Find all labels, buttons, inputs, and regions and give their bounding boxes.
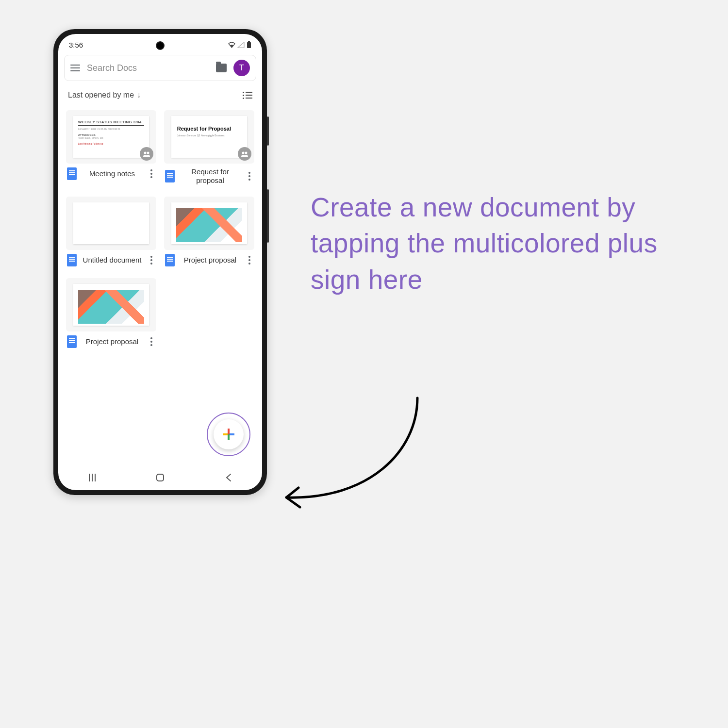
docs-file-icon (67, 335, 77, 348)
shared-icon (140, 147, 153, 161)
document-title: Project proposal (81, 337, 144, 346)
phone-frame: 3:56 Search Docs T Last opened by me ↓ (53, 29, 267, 495)
more-options-icon[interactable] (246, 256, 253, 265)
account-avatar[interactable]: T (233, 60, 250, 76)
status-icons (228, 41, 251, 49)
thumb-heading: Request for Proposal (177, 126, 241, 132)
document-grid: WEEKLY STATUS MEETING 3/04 24 MARCH 2022… (58, 103, 262, 355)
annotation-text: Create a new document by tapping the mul… (311, 189, 684, 298)
document-card[interactable]: Request for Proposal Johnson Services Q2… (164, 110, 254, 185)
folder-icon[interactable] (216, 64, 227, 72)
nav-recent-button[interactable] (89, 474, 96, 481)
document-card[interactable]: Project proposal (66, 278, 156, 348)
svg-point-4 (242, 152, 245, 154)
more-options-icon[interactable] (148, 256, 155, 265)
docs-file-icon (165, 254, 175, 266)
fab-highlight-ring (207, 413, 250, 456)
document-card[interactable]: WEEKLY STATUS MEETING 3/04 24 MARCH 2022… (66, 110, 156, 185)
nav-home-button[interactable] (156, 474, 164, 481)
shared-icon (238, 147, 251, 161)
document-thumbnail[interactable]: Request for Proposal Johnson Services Q2… (164, 110, 254, 164)
search-input[interactable]: Search Docs (87, 63, 209, 73)
plus-icon (223, 429, 234, 440)
more-options-icon[interactable] (148, 337, 155, 346)
status-time: 3:56 (69, 41, 83, 49)
phone-screen: 3:56 Search Docs T Last opened by me ↓ (58, 34, 262, 490)
document-thumbnail[interactable] (164, 197, 254, 250)
svg-rect-1 (248, 41, 250, 42)
more-options-icon[interactable] (246, 172, 253, 181)
nav-back-button[interactable] (225, 473, 232, 482)
signal-icon (237, 42, 245, 48)
thumb-artwork (78, 290, 144, 324)
document-title: Untitled document (81, 256, 144, 265)
new-document-fab[interactable] (214, 419, 244, 449)
document-title: Project proposal (179, 256, 242, 265)
annotation-arrow (272, 393, 427, 519)
thumb-artwork (176, 208, 242, 242)
sort-button[interactable]: Last opened by me ↓ (68, 91, 141, 99)
battery-icon (247, 41, 251, 49)
front-camera (156, 41, 165, 50)
svg-point-2 (144, 152, 147, 154)
document-title: Request for proposal (179, 167, 242, 185)
system-nav-bar (58, 465, 262, 490)
sort-row: Last opened by me ↓ (58, 84, 262, 103)
more-options-icon[interactable] (148, 169, 155, 178)
document-title: Meeting notes (81, 169, 144, 178)
wifi-icon (228, 42, 235, 48)
docs-file-icon (165, 170, 175, 182)
thumb-subtext: Johnson Services Q2 News giggle Business (177, 134, 241, 137)
document-card[interactable]: Untitled document (66, 197, 156, 266)
list-view-icon[interactable] (243, 92, 252, 99)
search-bar[interactable]: Search Docs T (64, 55, 256, 81)
arrow-down-icon: ↓ (137, 91, 141, 99)
document-card[interactable]: Project proposal (164, 197, 254, 266)
phone-side-button (267, 189, 269, 243)
svg-point-5 (245, 152, 248, 154)
sort-label: Last opened by me (68, 91, 134, 99)
thumb-heading: WEEKLY STATUS MEETING 3/04 (78, 120, 144, 126)
menu-icon[interactable] (70, 65, 80, 71)
svg-rect-0 (247, 42, 251, 48)
docs-file-icon (67, 254, 77, 266)
document-thumbnail[interactable] (66, 197, 156, 250)
docs-file-icon (67, 167, 77, 180)
phone-side-button (267, 116, 269, 146)
document-thumbnail[interactable] (66, 278, 156, 331)
svg-point-3 (147, 152, 149, 154)
document-thumbnail[interactable]: WEEKLY STATUS MEETING 3/04 24 MARCH 2022… (66, 110, 156, 164)
